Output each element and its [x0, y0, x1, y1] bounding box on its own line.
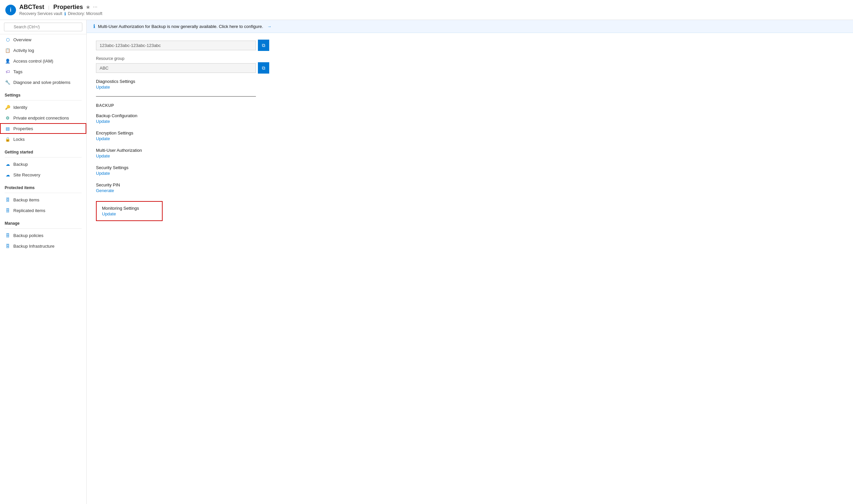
security-settings-update-link[interactable]: Update: [96, 171, 844, 176]
settings-section-header: Settings: [0, 89, 86, 99]
copy-resource-id-button[interactable]: ⧉: [258, 40, 269, 51]
security-settings-label: Security Settings: [96, 165, 844, 170]
copy-resource-group-icon: ⧉: [262, 65, 265, 71]
backup-section-title: BACKUP: [96, 103, 844, 108]
settings-divider: [5, 100, 82, 101]
access-control-icon: 👤: [5, 58, 11, 64]
protected-items-header: Protected items: [0, 181, 86, 192]
resource-group-label: Resource group: [96, 56, 844, 61]
search-container: 🔍: [0, 20, 86, 34]
more-options[interactable]: ···: [93, 4, 97, 10]
resource-name: ABCTest: [19, 4, 44, 11]
info-icon: ℹ: [64, 11, 66, 16]
sidebar-item-properties[interactable]: ▤ Properties: [0, 123, 86, 134]
getting-started-divider: [5, 157, 82, 158]
sidebar-item-activity-log[interactable]: 📋 Activity log: [0, 45, 86, 56]
overview-icon: ⬡: [5, 37, 11, 42]
multi-user-update-link[interactable]: Update: [96, 154, 844, 159]
identity-icon: 🔑: [5, 104, 11, 110]
sidebar-item-backup[interactable]: ☁ Backup: [0, 159, 86, 169]
monitoring-settings-label: Monitoring Settings: [102, 206, 157, 211]
monitoring-settings-box: Monitoring Settings Update: [96, 201, 162, 221]
backup-policies-icon: 🗄: [5, 232, 11, 238]
backup-items-icon: 🗄: [5, 197, 11, 203]
protected-items-divider: [5, 193, 82, 193]
notice-bar[interactable]: ℹ Multi-User Authorization for Backup is…: [87, 20, 853, 33]
copy-resource-group-button[interactable]: ⧉: [258, 62, 269, 74]
site-recovery-icon: ☁: [5, 172, 11, 178]
security-pin-generate-link[interactable]: Generate: [96, 188, 844, 193]
sidebar-item-identity[interactable]: 🔑 Identity: [0, 102, 86, 112]
backup-config-label: Backup Configuration: [96, 113, 844, 118]
sidebar-item-backup-items[interactable]: 🗄 Backup items: [0, 194, 86, 205]
page-title: Properties: [53, 4, 83, 11]
resource-subtitle: Recovery Services vault ℹ Directory: Mic…: [19, 11, 102, 16]
resource-group-row: ⧉: [96, 62, 844, 74]
security-settings-group: Security Settings Update: [96, 165, 844, 176]
tags-icon: 🏷: [5, 69, 11, 75]
sidebar-item-locks[interactable]: 🔒 Locks: [0, 134, 86, 144]
title-separator: |: [48, 5, 49, 10]
encryption-update-link[interactable]: Update: [96, 136, 844, 141]
backup-divider: [96, 96, 256, 96]
backup-config-group: Backup Configuration Update: [96, 113, 844, 124]
getting-started-header: Getting started: [0, 146, 86, 156]
sidebar-item-overview[interactable]: ⬡ Overview: [0, 34, 86, 45]
properties-icon: ▤: [5, 126, 11, 131]
main-content: ℹ Multi-User Authorization for Backup is…: [87, 20, 853, 504]
resource-id-input: [96, 41, 256, 50]
properties-content: ⧉ Resource group ⧉ Diagnostics Settings …: [87, 33, 853, 228]
activity-log-icon: 📋: [5, 47, 11, 53]
locks-icon: 🔒: [5, 136, 11, 142]
sidebar-item-backup-infrastructure[interactable]: 🗄 Backup Infrastructure: [0, 241, 86, 251]
backup-icon: ☁: [5, 161, 11, 167]
sidebar-item-replicated-items[interactable]: 🗄 Replicated items: [0, 205, 86, 216]
sidebar: 🔍 ⬡ Overview 📋 Activity log 👤 Access con…: [0, 20, 87, 504]
encryption-settings-label: Encryption Settings: [96, 130, 844, 136]
manage-header: Manage: [0, 217, 86, 227]
copy-icon: ⧉: [262, 42, 265, 48]
security-pin-group: Security PIN Generate: [96, 182, 844, 193]
multi-user-auth-group: Multi-User Authorization Update: [96, 148, 844, 159]
resource-id-row: ⧉: [96, 40, 844, 51]
monitoring-settings-update-link[interactable]: Update: [102, 211, 157, 216]
sidebar-item-access-control[interactable]: 👤 Access control (IAM): [0, 56, 86, 66]
search-input[interactable]: [4, 23, 82, 31]
notice-link[interactable]: →: [267, 24, 272, 29]
sidebar-item-private-endpoint[interactable]: ⚙ Private endpoint connections: [0, 112, 86, 123]
diagnose-icon: 🔧: [5, 79, 11, 85]
favorite-star[interactable]: ★: [86, 4, 90, 10]
diagnostics-settings-label: Diagnostics Settings: [96, 79, 844, 84]
diagnostics-update-link[interactable]: Update: [96, 85, 844, 90]
resource-group-input: [96, 63, 256, 73]
backup-infrastructure-icon: 🗄: [5, 243, 11, 249]
multi-user-auth-label: Multi-User Authorization: [96, 148, 844, 153]
notice-text: Multi-User Authorization for Backup is n…: [98, 24, 263, 29]
manage-divider: [5, 228, 82, 229]
sidebar-item-backup-policies[interactable]: 🗄 Backup policies: [0, 230, 86, 241]
private-endpoint-icon: ⚙: [5, 115, 11, 121]
replicated-items-icon: 🗄: [5, 208, 11, 213]
backup-config-update-link[interactable]: Update: [96, 119, 844, 124]
sidebar-item-tags[interactable]: 🏷 Tags: [0, 66, 86, 77]
sidebar-item-diagnose[interactable]: 🔧 Diagnose and solve problems: [0, 77, 86, 88]
notice-info-icon: ℹ: [93, 23, 95, 29]
security-pin-label: Security PIN: [96, 182, 844, 187]
sidebar-item-site-recovery[interactable]: ☁ Site Recovery: [0, 169, 86, 180]
app-icon: i: [5, 5, 16, 15]
diagnostics-settings-group: Diagnostics Settings Update: [96, 79, 844, 90]
header: i ABCTest | Properties ★ ··· Recovery Se…: [0, 0, 853, 20]
encryption-settings-group: Encryption Settings Update: [96, 130, 844, 141]
